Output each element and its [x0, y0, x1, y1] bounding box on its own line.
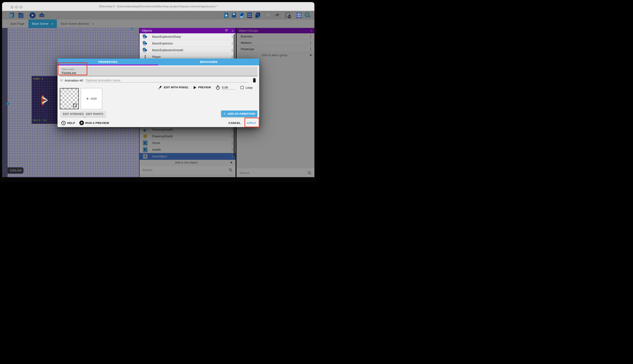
run-preview-button[interactable]: RUN A PREVIEW	[85, 122, 109, 124]
project-manager-icon[interactable]	[9, 12, 15, 18]
object-groups-icon[interactable]	[231, 12, 237, 18]
group-name: Powerups	[241, 48, 254, 51]
editor-tabbar: Start Page Base Scene × Base Scene (Even…	[2, 20, 314, 28]
row-menu-icon[interactable]: ⋮	[231, 135, 234, 137]
groups-search-input[interactable]	[239, 171, 307, 175]
object-row[interactable]: BasicExplosionSharp ⋮	[140, 33, 235, 40]
animation-name-input[interactable]	[86, 78, 248, 82]
row-menu-icon[interactable]: ⋮	[231, 142, 234, 144]
grid-icon[interactable]	[296, 12, 302, 18]
close-panel-icon[interactable]: ×	[231, 29, 233, 32]
group-name: Meteors	[241, 41, 252, 44]
close-tab-icon[interactable]: ×	[52, 22, 53, 26]
window-bottom-edge	[2, 177, 314, 180]
screenshot-root: GDevelop 5 - /Users/dkarakay/Documents/G…	[0, 0, 316, 182]
row-menu-icon[interactable]: ⋮	[231, 36, 234, 38]
objects-list-top: BasicExplosionSharp ⋮ BasicExplosion ⋮	[140, 33, 235, 60]
svg-text:?: ?	[63, 122, 64, 124]
play-preview-icon[interactable]	[29, 12, 36, 19]
object-row[interactable]: BasicExplosion ⋮	[140, 40, 235, 47]
group-row[interactable]: Powerups ⋮	[236, 46, 314, 52]
mask-frame-icon[interactable]	[285, 12, 291, 18]
objects-scrollbar[interactable]	[234, 34, 235, 58]
delete-animation-icon[interactable]	[252, 78, 256, 82]
row-menu-icon[interactable]: ⋮	[309, 42, 312, 44]
instances-list-icon[interactable]	[247, 12, 252, 18]
window-title: GDevelop 5 - /Users/dkarakay/Documents/G…	[2, 2, 314, 11]
close-panel-icon[interactable]: ×	[310, 29, 312, 32]
redo-icon[interactable]	[274, 12, 280, 18]
cancel-button[interactable]: CANCEL	[229, 122, 241, 124]
objects-search-input[interactable]	[143, 168, 229, 172]
row-menu-icon[interactable]: ⋮	[309, 48, 312, 50]
debug-icon[interactable]	[39, 12, 45, 19]
row-menu-icon[interactable]: ⋮	[231, 42, 234, 44]
preview-button[interactable]: PREVIEW	[198, 86, 211, 89]
frame-duration-input[interactable]	[222, 86, 235, 89]
canvas-scroll-left-handle[interactable]	[6, 102, 10, 105]
filter-icon[interactable]	[225, 29, 228, 32]
svg-text:T: T	[144, 142, 146, 145]
help-button[interactable]: HELP	[67, 122, 75, 124]
edit-with-piskel-button[interactable]: EDIT WITH PISKEL	[164, 86, 189, 89]
explosion-object-icon	[143, 34, 148, 39]
object-row[interactable]: T x Score ⋮	[140, 140, 235, 146]
object-name-field[interactable]: Object name	[59, 67, 257, 76]
drag-handle-icon[interactable]	[60, 79, 63, 82]
object-groups-header: Object Groups ×	[236, 28, 314, 33]
object-name: BasicExplosionSmooth	[152, 48, 183, 52]
row-menu-icon[interactable]: ⋮	[231, 49, 234, 51]
zoom-one-to-one-icon[interactable]: 1:1	[304, 12, 311, 19]
tab-behaviors[interactable]: BEHAVIORS	[158, 58, 259, 66]
object-name: PowerupHealth	[152, 128, 173, 131]
svg-text:T: T	[144, 148, 146, 152]
object-row[interactable]: T x Health ⋮	[140, 146, 235, 153]
animation-row: Animation #0	[60, 78, 256, 83]
pencil-icon	[158, 86, 162, 89]
object-row[interactable]: PowerupHealth ⋮	[140, 126, 235, 133]
plus-icon[interactable]: +	[230, 160, 232, 165]
loop-checkbox[interactable]	[240, 86, 244, 89]
edit-points-button[interactable]: EDIT POINTS	[84, 111, 106, 117]
object-row[interactable]: BasicExplosionSmooth ⋮	[140, 47, 235, 54]
object-editor-dialog: PROPERTIES BEHAVIORS Object name Animati…	[58, 58, 259, 127]
timer-icon	[216, 85, 220, 90]
undo-icon[interactable]	[265, 12, 271, 18]
properties-edit-icon[interactable]	[239, 12, 244, 18]
close-tab-icon[interactable]: ×	[92, 22, 94, 26]
object-name: BasicExplosion	[152, 42, 173, 45]
layers-icon[interactable]	[255, 12, 260, 18]
frame-origin-marker	[73, 104, 77, 107]
toolbar-separator	[27, 12, 27, 18]
add-animation-button[interactable]: + ADD AN ANIMATION	[221, 110, 257, 117]
powerup-health-icon	[143, 127, 148, 132]
edit-hitboxes-button[interactable]: EDIT HITBOXES	[61, 111, 86, 117]
add-frame-tile[interactable]: + ADD	[81, 88, 102, 109]
svg-text:x: x	[146, 150, 147, 152]
scene-window-icon[interactable]	[18, 12, 24, 18]
row-menu-icon[interactable]: ⋮	[231, 155, 234, 158]
objects-list-icon[interactable]	[223, 12, 229, 18]
objects-scrollbar-lower[interactable]	[234, 127, 235, 156]
tab-base-scene[interactable]: Base Scene ×	[28, 20, 57, 28]
add-group-row[interactable]: Click to add a group +	[236, 52, 314, 58]
row-menu-icon[interactable]: ⋮	[231, 149, 234, 151]
row-menu-icon[interactable]: ⋮	[231, 128, 234, 131]
group-row[interactable]: Meteors ⋮	[236, 40, 314, 46]
animation-label: Animation #0	[65, 79, 83, 82]
animation-frame-thumbnail[interactable]	[60, 88, 79, 109]
row-menu-icon[interactable]: ⋮	[309, 36, 312, 38]
tab-start-page[interactable]: Start Page	[6, 20, 28, 28]
svg-text:x: x	[146, 143, 147, 145]
object-row[interactable]: PowerupShield ⋮	[140, 133, 235, 140]
score-text: SCORE: 0	[33, 78, 43, 80]
plus-icon[interactable]: +	[309, 53, 312, 58]
object-name: Score	[152, 141, 160, 145]
canvas-scroll-top-handle[interactable]	[130, 28, 133, 29]
tab-base-scene-events[interactable]: Base Scene (Events) ×	[57, 20, 98, 28]
group-row[interactable]: Enemies ⋮	[236, 33, 314, 40]
row-menu-icon[interactable]: ⋮	[231, 56, 234, 58]
player-ship-sprite[interactable]	[41, 95, 48, 106]
object-row-selected[interactable]: ? NewObject ⋮	[140, 153, 235, 160]
add-new-object-row[interactable]: Add a new object +	[140, 160, 235, 166]
